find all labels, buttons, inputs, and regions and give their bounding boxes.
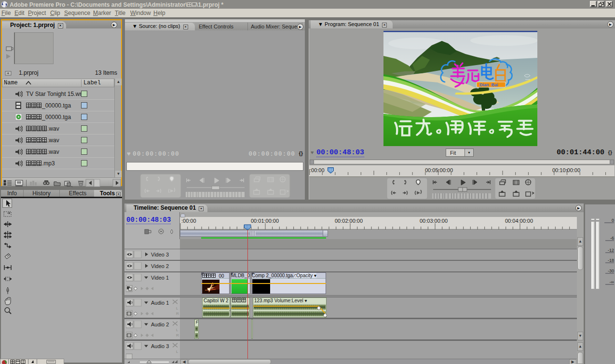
svg-text:00:05:00:00: 00:05:00:00 bbox=[425, 167, 453, 173]
svg-text:R: R bbox=[176, 333, 179, 337]
svg-text:-∞: -∞ bbox=[610, 280, 614, 284]
svg-text:Audio 3: Audio 3 bbox=[151, 343, 169, 349]
svg-text:Dian Bai: Dian Bai bbox=[479, 82, 498, 87]
svg-text:Video 2: Video 2 bbox=[151, 263, 169, 269]
svg-text:Audio 2: Audio 2 bbox=[151, 322, 169, 327]
svg-text:Audio 1: Audio 1 bbox=[151, 300, 169, 306]
svg-text:00:03:00:00: 00:03:00:00 bbox=[420, 218, 448, 224]
svg-text:00:04:00:00: 00:04:00:00 bbox=[505, 218, 533, 224]
svg-text:L: L bbox=[176, 306, 178, 310]
svg-text:-30: -30 bbox=[608, 269, 614, 273]
svg-text:-6: -6 bbox=[610, 236, 614, 241]
svg-text:00:01:00:00: 00:01:00:00 bbox=[251, 218, 279, 224]
svg-text:Video 1: Video 1 bbox=[151, 275, 169, 281]
svg-text:00:10:00:00: 00:10:00:00 bbox=[552, 167, 580, 173]
svg-text:Video 3: Video 3 bbox=[151, 252, 169, 257]
svg-text:L: L bbox=[176, 328, 178, 332]
svg-text:L: L bbox=[176, 350, 178, 354]
svg-text:R: R bbox=[176, 311, 179, 316]
svg-text:0: 0 bbox=[612, 218, 614, 223]
svg-text:00:02:00:00: 00:02:00:00 bbox=[335, 218, 363, 224]
svg-text:-12: -12 bbox=[608, 248, 614, 253]
svg-text:-18: -18 bbox=[608, 258, 614, 263]
svg-text::00:00: :00:00 bbox=[181, 218, 196, 224]
